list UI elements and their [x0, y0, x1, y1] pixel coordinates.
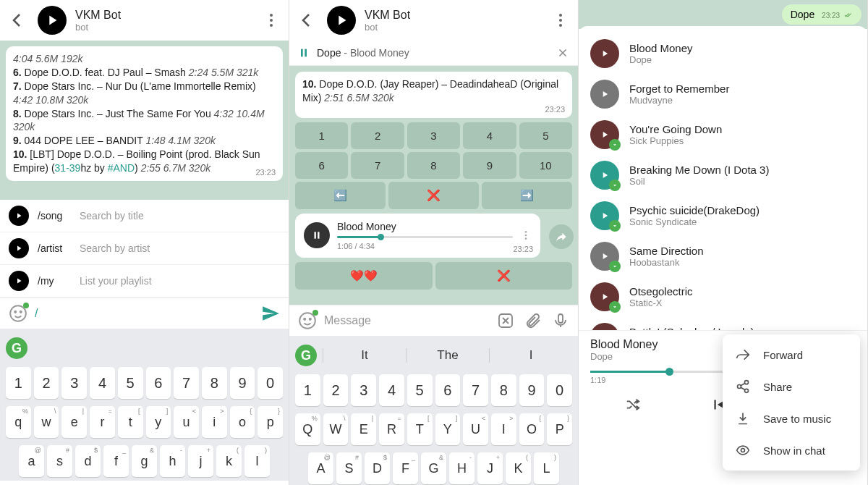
key-1[interactable]: 1 [295, 374, 320, 406]
key-t[interactable]: t[ [118, 406, 143, 438]
suggestion[interactable]: I [489, 348, 572, 363]
key-e[interactable]: e| [61, 406, 87, 438]
menu-share[interactable]: Share [723, 371, 860, 402]
key-E[interactable]: E| [351, 413, 376, 445]
bot-name[interactable]: VKM Bot [75, 9, 263, 22]
back-icon[interactable] [9, 12, 26, 29]
key-5[interactable]: 5 [118, 367, 143, 399]
track-art[interactable] [590, 120, 619, 149]
suggestion[interactable]: The [406, 348, 489, 363]
key-T[interactable]: T[ [407, 413, 433, 445]
nav-next-button[interactable]: ➡️ [482, 182, 572, 209]
key-r[interactable]: r= [90, 406, 115, 438]
nav-close-button[interactable]: ❌ [388, 182, 479, 209]
key-q[interactable]: q% [6, 406, 31, 438]
chat-area[interactable]: 4:04 5.6M 192k6. Dope D.O.D. feat. DJ Pa… [0, 41, 289, 200]
send-icon[interactable] [261, 304, 280, 323]
emoji-icon[interactable] [298, 311, 317, 330]
key-L[interactable]: L) [534, 452, 559, 484]
attach-icon[interactable] [524, 312, 542, 329]
bot-name[interactable]: VKM Bot [365, 9, 552, 22]
key-6[interactable]: 6 [435, 374, 461, 406]
key-I[interactable]: I> [491, 413, 516, 445]
key-4[interactable]: 4 [379, 374, 404, 406]
message-bubble[interactable]: 10. Dope D.O.D. (Jay Reaper) – Deadindah… [295, 72, 572, 118]
command-item[interactable]: /song Search by title [0, 200, 289, 232]
key-h[interactable]: h- [160, 445, 185, 477]
key-Y[interactable]: Y] [435, 413, 461, 445]
forward-button[interactable] [549, 224, 574, 249]
message-input[interactable]: Message [324, 314, 487, 327]
track-item[interactable]: Otsegolectric Static-X [579, 277, 867, 317]
track-button-1[interactable]: 1 [295, 122, 348, 149]
now-playing-bar[interactable]: Dope - Blood Money [289, 41, 578, 66]
track-art[interactable] [590, 161, 619, 190]
key-S[interactable]: S# [336, 452, 362, 484]
key-3[interactable]: 3 [351, 374, 376, 406]
key-o[interactable]: o{ [230, 406, 255, 438]
pause-icon[interactable] [298, 47, 310, 59]
suggestion[interactable]: It [323, 348, 406, 363]
track-item[interactable]: Battle! (Solgaleo / Lunala) Pokemon Sun … [579, 317, 867, 330]
emoji-icon[interactable] [9, 304, 27, 323]
track-item[interactable]: You're Going Down Sick Puppies [579, 114, 867, 155]
key-5[interactable]: 5 [407, 374, 433, 406]
grammarly-icon[interactable]: G [6, 337, 27, 359]
sent-message[interactable]: Dope 23:23 [782, 4, 861, 25]
key-F[interactable]: F_ [393, 452, 418, 484]
key-W[interactable]: W\ [323, 413, 349, 445]
key-l[interactable]: l) [244, 445, 270, 477]
hearts-button[interactable]: ❤️❤️ [295, 262, 433, 290]
track-item[interactable]: Psychic suicide(DrakeDog) Sonic Syndicat… [579, 195, 867, 236]
track-art[interactable] [590, 201, 619, 230]
audio-message[interactable]: Blood Money 1:06 / 4:34 23:23 [295, 214, 540, 258]
audio-progress[interactable] [337, 236, 513, 238]
key-K[interactable]: K( [506, 452, 531, 484]
nav-prev-button[interactable]: ⬅️ [295, 182, 386, 209]
commands-icon[interactable] [497, 312, 514, 329]
key-a[interactable]: a@ [19, 445, 44, 477]
key-3[interactable]: 3 [61, 367, 87, 399]
track-item[interactable]: Same Direction Hoobastank [579, 236, 867, 277]
key-D[interactable]: D$ [365, 452, 390, 484]
key-9[interactable]: 9 [230, 367, 255, 399]
command-item[interactable]: /my List your playlist [0, 265, 289, 298]
key-9[interactable]: 9 [519, 374, 545, 406]
mic-icon[interactable] [552, 312, 569, 329]
key-O[interactable]: O{ [519, 413, 545, 445]
audio-more-icon[interactable] [520, 229, 532, 241]
track-art[interactable] [590, 39, 619, 68]
key-g[interactable]: g& [132, 445, 157, 477]
track-button-4[interactable]: 4 [463, 122, 516, 149]
bot-avatar[interactable] [38, 6, 67, 35]
menu-show-in-chat[interactable]: Show in chat [723, 434, 860, 466]
key-0[interactable]: 0 [258, 367, 283, 399]
key-0[interactable]: 0 [547, 374, 572, 406]
track-button-9[interactable]: 9 [463, 152, 516, 179]
track-button-8[interactable]: 8 [407, 152, 460, 179]
key-d[interactable]: d$ [75, 445, 101, 477]
pause-button[interactable] [304, 222, 330, 248]
menu-save-to-music[interactable]: Save to music [723, 402, 860, 434]
track-art[interactable] [590, 242, 619, 271]
key-R[interactable]: R= [379, 413, 404, 445]
key-4[interactable]: 4 [90, 367, 115, 399]
key-j[interactable]: j+ [188, 445, 213, 477]
chat-area[interactable]: 10. Dope D.O.D. (Jay Reaper) – Deadindah… [289, 66, 578, 305]
key-8[interactable]: 8 [202, 367, 227, 399]
track-button-10[interactable]: 10 [519, 152, 572, 179]
key-G[interactable]: G& [421, 452, 446, 484]
shuffle-icon[interactable] [625, 397, 641, 416]
close-icon[interactable] [556, 46, 569, 59]
key-7[interactable]: 7 [174, 367, 199, 399]
track-button-7[interactable]: 7 [351, 152, 404, 179]
key-8[interactable]: 8 [491, 374, 516, 406]
key-Q[interactable]: Q% [295, 413, 320, 445]
key-2[interactable]: 2 [34, 367, 59, 399]
key-U[interactable]: U< [463, 413, 488, 445]
track-item[interactable]: Forget to Remember Mudvayne [579, 74, 867, 114]
track-item[interactable]: Breaking Me Down (I Dota 3) Soil [579, 155, 867, 195]
key-w[interactable]: w\ [34, 406, 59, 438]
bot-avatar[interactable] [327, 6, 356, 35]
track-art[interactable] [590, 323, 619, 330]
